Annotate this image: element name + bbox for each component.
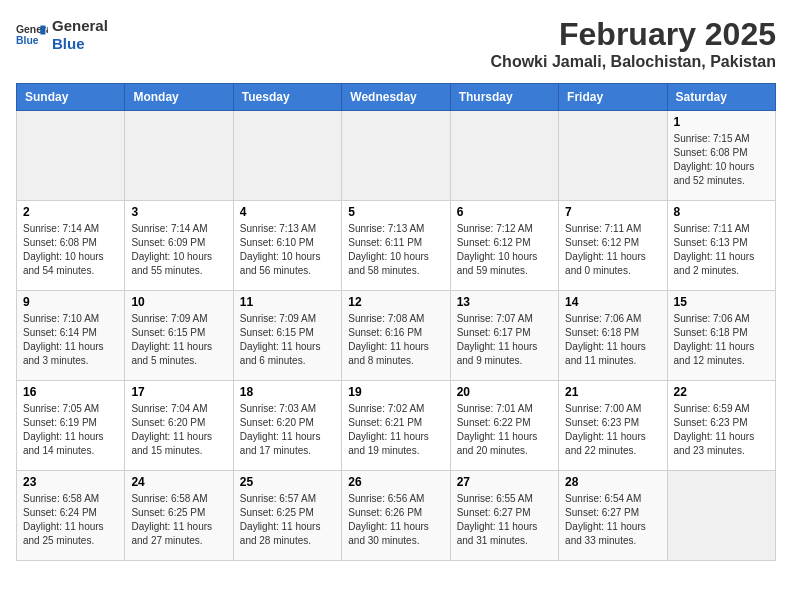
day-info: Sunrise: 7:08 AM Sunset: 6:16 PM Dayligh… — [348, 312, 443, 368]
calendar-cell: 13Sunrise: 7:07 AM Sunset: 6:17 PM Dayli… — [450, 291, 558, 381]
day-info: Sunrise: 7:07 AM Sunset: 6:17 PM Dayligh… — [457, 312, 552, 368]
day-number: 28 — [565, 475, 660, 489]
calendar-cell: 14Sunrise: 7:06 AM Sunset: 6:18 PM Dayli… — [559, 291, 667, 381]
day-info: Sunrise: 6:56 AM Sunset: 6:26 PM Dayligh… — [348, 492, 443, 548]
day-info: Sunrise: 6:57 AM Sunset: 6:25 PM Dayligh… — [240, 492, 335, 548]
week-row-4: 16Sunrise: 7:05 AM Sunset: 6:19 PM Dayli… — [17, 381, 776, 471]
day-info: Sunrise: 7:13 AM Sunset: 6:11 PM Dayligh… — [348, 222, 443, 278]
day-number: 6 — [457, 205, 552, 219]
day-number: 10 — [131, 295, 226, 309]
day-number: 25 — [240, 475, 335, 489]
calendar-cell: 17Sunrise: 7:04 AM Sunset: 6:20 PM Dayli… — [125, 381, 233, 471]
logo: General Blue General Blue — [16, 16, 108, 52]
header-sunday: Sunday — [17, 84, 125, 111]
day-info: Sunrise: 7:04 AM Sunset: 6:20 PM Dayligh… — [131, 402, 226, 458]
calendar-cell: 15Sunrise: 7:06 AM Sunset: 6:18 PM Dayli… — [667, 291, 775, 381]
svg-text:Blue: Blue — [16, 35, 39, 46]
day-number: 18 — [240, 385, 335, 399]
day-info: Sunrise: 7:10 AM Sunset: 6:14 PM Dayligh… — [23, 312, 118, 368]
calendar-cell — [450, 111, 558, 201]
header: General Blue General Blue February 2025 … — [16, 16, 776, 71]
day-info: Sunrise: 7:05 AM Sunset: 6:19 PM Dayligh… — [23, 402, 118, 458]
day-info: Sunrise: 7:15 AM Sunset: 6:08 PM Dayligh… — [674, 132, 769, 188]
day-info: Sunrise: 6:55 AM Sunset: 6:27 PM Dayligh… — [457, 492, 552, 548]
day-info: Sunrise: 7:14 AM Sunset: 6:08 PM Dayligh… — [23, 222, 118, 278]
calendar-cell — [233, 111, 341, 201]
weekday-header-row: SundayMondayTuesdayWednesdayThursdayFrid… — [17, 84, 776, 111]
day-number: 16 — [23, 385, 118, 399]
day-number: 19 — [348, 385, 443, 399]
day-info: Sunrise: 7:06 AM Sunset: 6:18 PM Dayligh… — [674, 312, 769, 368]
calendar-cell: 5Sunrise: 7:13 AM Sunset: 6:11 PM Daylig… — [342, 201, 450, 291]
day-number: 8 — [674, 205, 769, 219]
day-info: Sunrise: 7:03 AM Sunset: 6:20 PM Dayligh… — [240, 402, 335, 458]
day-number: 17 — [131, 385, 226, 399]
day-info: Sunrise: 7:13 AM Sunset: 6:10 PM Dayligh… — [240, 222, 335, 278]
day-info: Sunrise: 6:54 AM Sunset: 6:27 PM Dayligh… — [565, 492, 660, 548]
day-info: Sunrise: 7:02 AM Sunset: 6:21 PM Dayligh… — [348, 402, 443, 458]
header-saturday: Saturday — [667, 84, 775, 111]
calendar-cell: 26Sunrise: 6:56 AM Sunset: 6:26 PM Dayli… — [342, 471, 450, 561]
day-number: 27 — [457, 475, 552, 489]
day-info: Sunrise: 7:12 AM Sunset: 6:12 PM Dayligh… — [457, 222, 552, 278]
day-number: 5 — [348, 205, 443, 219]
calendar-cell: 6Sunrise: 7:12 AM Sunset: 6:12 PM Daylig… — [450, 201, 558, 291]
day-info: Sunrise: 7:00 AM Sunset: 6:23 PM Dayligh… — [565, 402, 660, 458]
day-number: 20 — [457, 385, 552, 399]
calendar-cell — [667, 471, 775, 561]
calendar-cell: 25Sunrise: 6:57 AM Sunset: 6:25 PM Dayli… — [233, 471, 341, 561]
calendar-cell — [342, 111, 450, 201]
day-info: Sunrise: 7:01 AM Sunset: 6:22 PM Dayligh… — [457, 402, 552, 458]
day-number: 7 — [565, 205, 660, 219]
header-wednesday: Wednesday — [342, 84, 450, 111]
day-info: Sunrise: 7:09 AM Sunset: 6:15 PM Dayligh… — [240, 312, 335, 368]
calendar-cell: 2Sunrise: 7:14 AM Sunset: 6:08 PM Daylig… — [17, 201, 125, 291]
week-row-3: 9Sunrise: 7:10 AM Sunset: 6:14 PM Daylig… — [17, 291, 776, 381]
day-number: 9 — [23, 295, 118, 309]
calendar-cell: 28Sunrise: 6:54 AM Sunset: 6:27 PM Dayli… — [559, 471, 667, 561]
week-row-5: 23Sunrise: 6:58 AM Sunset: 6:24 PM Dayli… — [17, 471, 776, 561]
calendar-cell: 24Sunrise: 6:58 AM Sunset: 6:25 PM Dayli… — [125, 471, 233, 561]
day-number: 26 — [348, 475, 443, 489]
day-number: 1 — [674, 115, 769, 129]
day-info: Sunrise: 6:58 AM Sunset: 6:24 PM Dayligh… — [23, 492, 118, 548]
header-monday: Monday — [125, 84, 233, 111]
calendar-cell: 16Sunrise: 7:05 AM Sunset: 6:19 PM Dayli… — [17, 381, 125, 471]
day-number: 15 — [674, 295, 769, 309]
header-thursday: Thursday — [450, 84, 558, 111]
day-info: Sunrise: 7:14 AM Sunset: 6:09 PM Dayligh… — [131, 222, 226, 278]
calendar-cell — [559, 111, 667, 201]
logo-text: General Blue — [52, 16, 108, 52]
calendar-cell — [17, 111, 125, 201]
day-number: 21 — [565, 385, 660, 399]
header-tuesday: Tuesday — [233, 84, 341, 111]
calendar-table: SundayMondayTuesdayWednesdayThursdayFrid… — [16, 83, 776, 561]
calendar-cell: 7Sunrise: 7:11 AM Sunset: 6:12 PM Daylig… — [559, 201, 667, 291]
calendar-cell: 11Sunrise: 7:09 AM Sunset: 6:15 PM Dayli… — [233, 291, 341, 381]
location-title: Chowki Jamali, Balochistan, Pakistan — [491, 53, 776, 71]
day-number: 12 — [348, 295, 443, 309]
calendar-cell: 1Sunrise: 7:15 AM Sunset: 6:08 PM Daylig… — [667, 111, 775, 201]
logo-blue: Blue — [52, 35, 85, 52]
calendar-cell: 23Sunrise: 6:58 AM Sunset: 6:24 PM Dayli… — [17, 471, 125, 561]
day-info: Sunrise: 6:59 AM Sunset: 6:23 PM Dayligh… — [674, 402, 769, 458]
day-number: 13 — [457, 295, 552, 309]
calendar-cell: 8Sunrise: 7:11 AM Sunset: 6:13 PM Daylig… — [667, 201, 775, 291]
day-number: 23 — [23, 475, 118, 489]
day-number: 22 — [674, 385, 769, 399]
day-info: Sunrise: 7:06 AM Sunset: 6:18 PM Dayligh… — [565, 312, 660, 368]
logo-general: General — [52, 17, 108, 34]
svg-marker-2 — [40, 26, 45, 35]
calendar-cell: 22Sunrise: 6:59 AM Sunset: 6:23 PM Dayli… — [667, 381, 775, 471]
logo-icon: General Blue — [16, 20, 48, 48]
calendar-cell: 9Sunrise: 7:10 AM Sunset: 6:14 PM Daylig… — [17, 291, 125, 381]
calendar-cell: 12Sunrise: 7:08 AM Sunset: 6:16 PM Dayli… — [342, 291, 450, 381]
day-info: Sunrise: 7:11 AM Sunset: 6:12 PM Dayligh… — [565, 222, 660, 278]
month-title: February 2025 — [491, 16, 776, 53]
day-number: 24 — [131, 475, 226, 489]
week-row-1: 1Sunrise: 7:15 AM Sunset: 6:08 PM Daylig… — [17, 111, 776, 201]
day-info: Sunrise: 6:58 AM Sunset: 6:25 PM Dayligh… — [131, 492, 226, 548]
calendar-cell — [125, 111, 233, 201]
header-friday: Friday — [559, 84, 667, 111]
day-number: 2 — [23, 205, 118, 219]
